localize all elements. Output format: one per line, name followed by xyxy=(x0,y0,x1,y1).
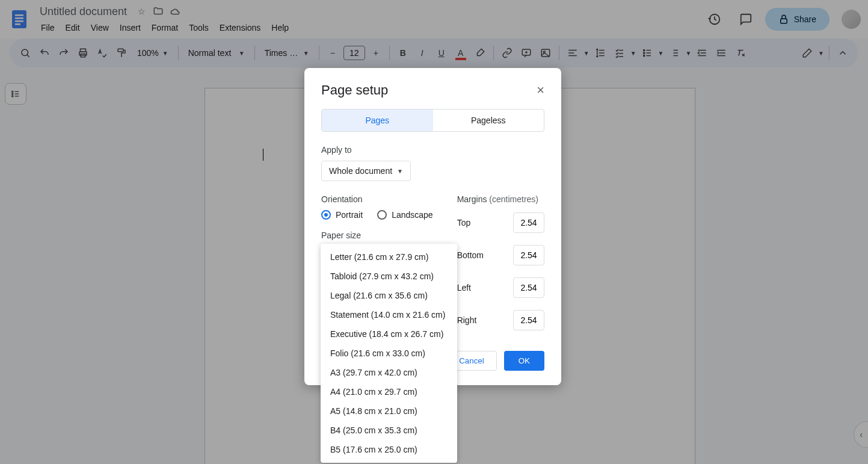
paper-size-option-b5[interactable]: B5 (17.6 cm x 25.0 cm) xyxy=(321,440,457,459)
svg-point-18 xyxy=(12,93,13,94)
menu-extensions[interactable]: Extensions xyxy=(215,20,265,35)
insert-image-icon[interactable] xyxy=(537,45,554,61)
margin-top-input[interactable] xyxy=(513,212,544,233)
paper-size-option-executive[interactable]: Executive (18.4 cm x 26.7 cm) xyxy=(321,324,457,344)
line-spacing-icon[interactable] xyxy=(592,45,609,61)
margin-left-label: Left xyxy=(457,283,471,292)
menu-insert[interactable]: Insert xyxy=(115,20,146,35)
clear-formatting-icon[interactable] xyxy=(732,45,749,61)
undo-icon[interactable] xyxy=(36,45,53,61)
ok-button[interactable]: OK xyxy=(504,351,544,371)
chevron-down-icon[interactable]: ▼ xyxy=(583,50,589,57)
lock-icon xyxy=(778,14,789,25)
left-gutter xyxy=(0,72,31,464)
margins-label: Margins xyxy=(457,194,487,204)
toolbar: 100%▼ Normal text▼ Times …▼ − 12 + B I U… xyxy=(10,39,858,67)
svg-rect-2 xyxy=(15,17,23,19)
apply-to-select[interactable]: Whole document ▼ xyxy=(321,161,411,181)
history-icon[interactable] xyxy=(703,7,727,31)
menu-help[interactable]: Help xyxy=(266,20,294,35)
align-icon[interactable] xyxy=(564,45,581,61)
paper-size-option-folio[interactable]: Folio (21.6 cm x 33.0 cm) xyxy=(321,344,457,363)
numbered-list-icon[interactable] xyxy=(666,45,683,61)
dialog-tabs: Pages Pageless xyxy=(321,109,544,132)
insert-link-icon[interactable] xyxy=(499,45,516,61)
margin-bottom-input[interactable] xyxy=(513,245,544,265)
checklist-icon[interactable] xyxy=(611,45,628,61)
increase-indent-icon[interactable] xyxy=(713,45,730,61)
redo-icon[interactable] xyxy=(55,45,72,61)
spellcheck-icon[interactable] xyxy=(94,45,111,61)
share-button[interactable]: Share xyxy=(765,8,830,31)
increase-font-size[interactable]: + xyxy=(368,45,384,61)
editing-mode-icon[interactable] xyxy=(799,45,816,61)
menu-view[interactable]: View xyxy=(86,20,114,35)
title-area: Untitled document ☆ File Edit View Inser… xyxy=(36,4,703,35)
star-icon[interactable]: ☆ xyxy=(135,5,147,17)
svg-rect-0 xyxy=(12,10,26,28)
menu-file[interactable]: File xyxy=(36,20,60,35)
paper-size-option-b4[interactable]: B4 (25.0 cm x 35.3 cm) xyxy=(321,421,457,440)
print-icon[interactable] xyxy=(75,45,91,61)
move-folder-icon[interactable] xyxy=(152,5,164,17)
chevron-down-icon[interactable]: ▼ xyxy=(658,50,664,57)
paragraph-style-select[interactable]: Normal text▼ xyxy=(183,46,250,60)
chevron-down-icon[interactable]: ▼ xyxy=(630,50,636,57)
tab-pages[interactable]: Pages xyxy=(322,110,433,131)
separator xyxy=(389,46,390,60)
close-icon[interactable]: × xyxy=(537,82,544,98)
paper-size-option-letter[interactable]: Letter (21.6 cm x 27.9 cm) xyxy=(321,247,457,267)
menu-edit[interactable]: Edit xyxy=(61,20,85,35)
chevron-down-icon: ▼ xyxy=(397,168,403,175)
menu-tools[interactable]: Tools xyxy=(184,20,214,35)
bulleted-list-icon[interactable] xyxy=(639,45,656,61)
chevron-down-icon[interactable]: ▼ xyxy=(818,50,824,57)
orientation-landscape[interactable]: Landscape xyxy=(377,210,433,220)
zoom-select[interactable]: 100%▼ xyxy=(132,46,173,60)
paper-size-option-tabloid[interactable]: Tabloid (27.9 cm x 43.2 cm) xyxy=(321,267,457,286)
font-size-input[interactable]: 12 xyxy=(343,46,365,60)
decrease-font-size[interactable]: − xyxy=(324,45,341,61)
bold-icon[interactable]: B xyxy=(395,45,411,61)
italic-icon[interactable]: I xyxy=(414,45,431,61)
chevron-down-icon[interactable]: ▼ xyxy=(685,50,691,57)
app-header: Untitled document ☆ File Edit View Inser… xyxy=(0,0,868,39)
svg-point-6 xyxy=(22,49,28,56)
paper-size-option-a4[interactable]: A4 (21.0 cm x 29.7 cm) xyxy=(321,382,457,401)
paper-size-option-statement[interactable]: Statement (14.0 cm x 21.6 cm) xyxy=(321,305,457,324)
insert-comment-icon[interactable] xyxy=(518,45,535,61)
separator xyxy=(254,46,255,60)
radio-selected-icon xyxy=(321,210,331,220)
underline-icon[interactable]: U xyxy=(433,45,450,61)
margin-right-input[interactable] xyxy=(513,310,544,330)
menu-format[interactable]: Format xyxy=(147,20,183,35)
collapse-toolbar-icon[interactable] xyxy=(834,45,851,61)
paper-size-option-a3[interactable]: A3 (29.7 cm x 42.0 cm) xyxy=(321,363,457,382)
outline-toggle-icon[interactable] xyxy=(5,83,26,105)
tab-pageless[interactable]: Pageless xyxy=(433,110,544,131)
margin-left-input[interactable] xyxy=(513,277,544,298)
chevron-down-icon: ▼ xyxy=(303,50,309,57)
text-color-icon[interactable]: A xyxy=(452,45,469,61)
cloud-saved-icon[interactable] xyxy=(169,5,181,17)
docs-logo-icon[interactable] xyxy=(7,7,31,31)
svg-rect-5 xyxy=(780,19,787,23)
search-icon[interactable] xyxy=(17,45,34,61)
font-select[interactable]: Times …▼ xyxy=(260,46,314,60)
highlight-color-icon[interactable] xyxy=(472,45,488,61)
paper-size-option-legal[interactable]: Legal (21.6 cm x 35.6 cm) xyxy=(321,286,457,305)
user-avatar[interactable] xyxy=(842,10,861,29)
svg-rect-3 xyxy=(15,20,23,22)
apply-to-label: Apply to xyxy=(321,145,544,155)
orientation-portrait[interactable]: Portrait xyxy=(321,210,363,220)
orientation-label: Orientation xyxy=(321,194,433,204)
paper-size-option-a5[interactable]: A5 (14.8 cm x 21.0 cm) xyxy=(321,401,457,421)
share-label: Share xyxy=(794,14,816,24)
document-title[interactable]: Untitled document xyxy=(36,4,131,19)
decrease-indent-icon[interactable] xyxy=(694,45,710,61)
separator xyxy=(319,46,319,60)
comments-icon[interactable] xyxy=(734,7,758,31)
separator xyxy=(493,46,494,60)
svg-point-14 xyxy=(643,49,644,51)
paint-format-icon[interactable] xyxy=(113,45,130,61)
